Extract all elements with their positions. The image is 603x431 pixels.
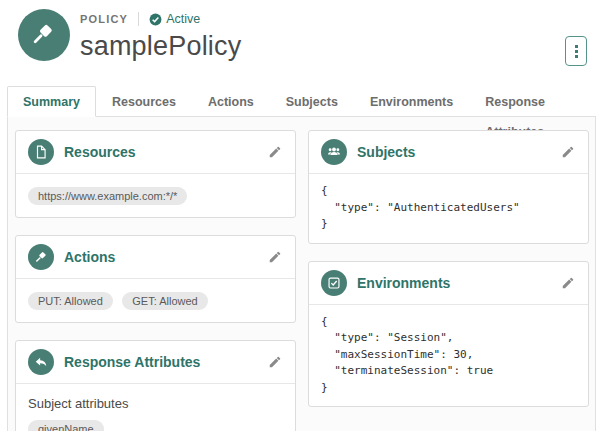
reply-icon [34,355,48,369]
tab-subjects[interactable]: Subjects [270,86,354,117]
file-icon [34,145,48,159]
response-attributes-card: Response Attributes Subject attributes g… [15,340,296,431]
edit-response-attributes-button[interactable] [267,354,283,370]
action-chip: PUT: Allowed [28,292,113,310]
policy-avatar [18,9,70,61]
page-title: samplePolicy [80,31,241,62]
pencil-icon [561,276,575,290]
left-column: Resources https://www.example.com:*/* [15,130,296,431]
response-attributes-card-title: Response Attributes [64,354,267,370]
check-circle-icon [149,13,162,26]
environments-icon-circle [321,270,347,296]
summary-tab-panel: Resources https://www.example.com:*/* [7,117,596,431]
users-icon [326,144,342,160]
kebab-menu-icon [575,50,578,53]
actions-icon-circle [28,244,54,270]
resources-card-title: Resources [64,144,267,160]
gavel-icon [30,21,58,49]
status-badge: Active [149,12,200,26]
subject-attributes-label: Subject attributes [28,396,283,411]
subjects-icon-circle [321,139,347,165]
environments-card: Environments { "type": "Session", "maxSe… [308,261,589,408]
actions-card: Actions PUT: Allowed GET: Allowed [15,235,296,323]
edit-resources-button[interactable] [267,144,283,160]
page-header: POLICY Active samplePolicy [0,0,603,86]
pencil-icon [268,355,282,369]
edit-environments-button[interactable] [560,275,576,291]
resource-chip: https://www.example.com:*/* [28,187,187,205]
meta-divider [138,12,139,26]
response-attributes-icon-circle [28,349,54,375]
kebab-menu-icon [575,45,578,48]
tab-actions[interactable]: Actions [192,86,270,117]
actions-card-title: Actions [64,249,267,265]
subjects-card: Subjects { "type": "AuthenticatedUsers" … [308,130,589,244]
response-attribute-chip: givenName [28,420,104,431]
entity-type-label: POLICY [80,13,128,25]
right-column: Subjects { "type": "AuthenticatedUsers" … [308,130,589,424]
edit-actions-button[interactable] [267,249,283,265]
tab-response-attributes[interactable]: Response Attributes [469,86,596,117]
tab-bar: Summary Resources Actions Subjects Envir… [7,86,596,117]
action-chip: GET: Allowed [122,292,207,310]
pencil-icon [561,145,575,159]
tab-environments[interactable]: Environments [354,86,469,117]
tab-resources[interactable]: Resources [96,86,192,117]
subjects-card-title: Subjects [357,144,560,160]
status-label: Active [166,12,200,26]
subjects-json: { "type": "AuthenticatedUsers" } [309,174,588,243]
resources-card: Resources https://www.example.com:*/* [15,130,296,218]
environments-json: { "type": "Session", "maxSessionTime": 3… [309,305,588,407]
more-options-button[interactable] [565,36,587,66]
edit-subjects-button[interactable] [560,144,576,160]
gavel-icon [34,250,49,265]
pencil-icon [268,145,282,159]
kebab-menu-icon [575,55,578,58]
tab-summary[interactable]: Summary [7,86,96,117]
resources-icon-circle [28,139,54,165]
check-square-icon [327,276,341,290]
environments-card-title: Environments [357,275,560,291]
pencil-icon [268,250,282,264]
